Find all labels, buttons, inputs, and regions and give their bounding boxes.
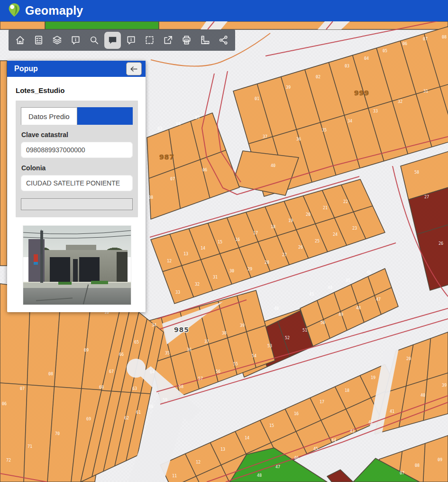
svg-text:24: 24 [333,232,338,237]
info-bubble-icon [70,35,81,46]
svg-text:40: 40 [421,393,425,398]
svg-text:38: 38 [222,331,227,335]
svg-text:12: 12 [196,460,201,464]
share-button[interactable] [214,29,233,51]
svg-text:55: 55 [233,362,238,366]
share-icon [218,35,229,46]
svg-text:39: 39 [240,323,245,328]
brand-title: Geomaply [25,4,83,18]
form-checklist-icon [33,35,44,46]
svg-text:21: 21 [323,205,328,210]
app-header: Geomaply [0,0,448,21]
svg-text:31: 31 [213,275,218,279]
svg-text:40: 40 [271,163,275,168]
export-icon [163,35,174,46]
svg-text:47: 47 [275,464,280,469]
svg-text:22: 22 [343,199,348,204]
measure-icon [200,35,210,46]
field-label-clave: Clave catastral [21,131,132,139]
svg-text:03: 03 [345,64,349,68]
field-value-clave[interactable]: 0980889937000000 [21,142,133,158]
field-value-colonia[interactable]: CIUDAD SATELITE PONIENTE [21,175,133,191]
svg-text:40: 40 [274,306,279,311]
svg-text:03: 03 [157,126,162,131]
select-area-button[interactable] [140,29,159,51]
svg-text:54: 54 [252,353,256,358]
info-bubble-button[interactable] [66,29,85,51]
back-button[interactable] [126,62,142,75]
svg-text:987: 987 [159,153,174,161]
home-button[interactable] [11,29,29,51]
svg-text:41: 41 [390,409,394,414]
svg-text:14: 14 [201,246,205,250]
svg-text:57: 57 [198,376,203,381]
svg-text:53: 53 [267,343,272,348]
svg-text:51: 51 [302,328,307,333]
svg-text:58: 58 [179,384,183,389]
svg-text:33: 33 [373,109,378,113]
svg-text:06: 06 [202,167,207,172]
svg-text:23: 23 [352,226,357,231]
svg-text:16: 16 [235,237,240,242]
svg-text:09: 09 [84,348,89,352]
svg-text:27: 27 [424,195,429,199]
svg-text:56: 56 [216,369,220,374]
svg-text:25: 25 [315,239,320,243]
svg-text:65: 65 [134,340,139,344]
form-checklist-button[interactable] [29,29,48,51]
popup-panel: Popup Lotes_Estudio Datos Predio Clave c… [7,61,146,312]
comment-button[interactable] [103,29,122,51]
comment-icon [104,32,121,49]
svg-text:08: 08 [48,371,53,376]
map-toolbar [9,29,235,51]
svg-text:18: 18 [345,388,349,393]
svg-text:19: 19 [371,375,375,380]
svg-text:47: 47 [376,297,381,302]
svg-text:50: 50 [320,320,325,325]
svg-text:45: 45 [346,278,350,283]
svg-text:14: 14 [245,436,249,440]
svg-text:36: 36 [296,137,301,141]
tab-datos-predio[interactable]: Datos Predio [21,107,77,125]
svg-text:37: 37 [204,339,209,344]
svg-text:06: 06 [2,401,7,406]
svg-text:26: 26 [439,241,443,246]
svg-text:15: 15 [218,240,222,244]
svg-text:02: 02 [316,74,320,79]
svg-text:66: 66 [119,352,124,357]
svg-text:17: 17 [253,231,258,235]
layer-title: Lotes_Estudio [16,86,138,94]
svg-text:70: 70 [55,431,60,436]
svg-text:72: 72 [6,458,11,463]
svg-text:48: 48 [356,306,361,310]
svg-text:48: 48 [257,473,262,478]
measure-button[interactable] [196,29,214,51]
svg-text:46: 46 [294,455,299,460]
svg-text:69: 69 [86,417,91,421]
svg-text:07: 07 [170,176,175,181]
photo-power-lines [23,226,131,305]
svg-text:999: 999 [354,89,369,97]
svg-text:17: 17 [320,399,324,404]
svg-text:19: 19 [288,218,293,223]
svg-text:04: 04 [364,56,369,61]
svg-text:42: 42 [368,420,373,425]
svg-text:58: 58 [414,170,419,175]
svg-text:08: 08 [415,463,420,468]
svg-text:09: 09 [438,457,442,462]
svg-text:67: 67 [109,369,114,374]
svg-text:29: 29 [247,267,252,271]
svg-text:07: 07 [20,386,25,391]
layers-button[interactable] [48,29,66,51]
empty-field-box [21,198,133,210]
search-button[interactable] [85,29,103,51]
select-area-icon [144,35,155,46]
popup-header: Popup [7,61,146,77]
identify-bubble-button[interactable] [122,29,140,51]
svg-text:08: 08 [442,35,447,39]
svg-text:05: 05 [383,48,387,53]
print-button[interactable] [177,29,196,51]
svg-text:34: 34 [152,323,156,327]
svg-text:04: 04 [176,121,181,126]
export-button[interactable] [159,29,177,51]
